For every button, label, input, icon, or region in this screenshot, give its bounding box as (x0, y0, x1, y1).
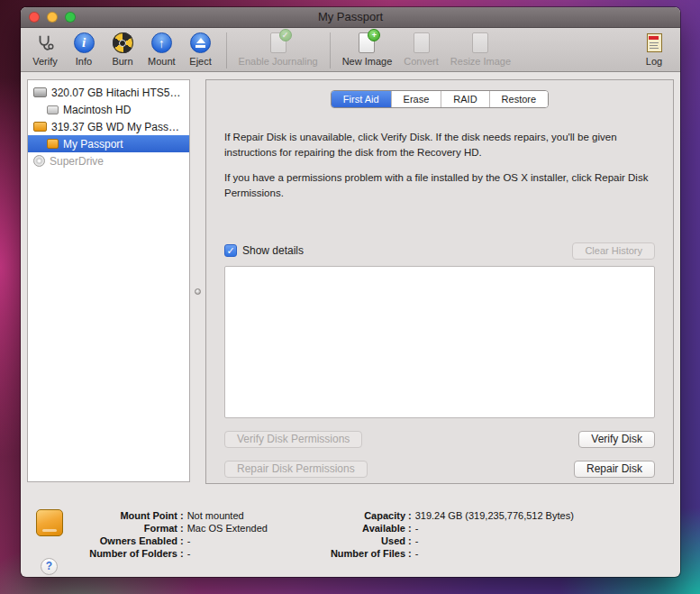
info-row: Number of Folders:- (42, 547, 268, 560)
toolbar: Verify i Info Burn ↑ Mount Eject (21, 28, 680, 72)
toolbar-log-button[interactable]: Log (641, 32, 668, 67)
window-titlebar[interactable]: My Passport (21, 7, 680, 28)
window-title: My Passport (21, 10, 680, 23)
green-plus-badge-icon: + (368, 29, 380, 41)
toolbar-convert-label: Convert (404, 56, 439, 67)
show-details-label: Show details (242, 244, 304, 257)
available-value: - (415, 523, 419, 534)
tab-erase[interactable]: Erase (392, 91, 442, 107)
info-grid-right: Capacity:319.24 GB (319,235,776,512 Byte… (291, 509, 574, 560)
log-icon (647, 33, 662, 52)
sidebar-item-hitachi-disk[interactable]: 320.07 GB Hitachi HTS5… (28, 84, 189, 101)
toolbar-resize-image-button: Resize Image (450, 32, 511, 67)
info-row: Used:- (291, 535, 574, 547)
clear-history-button: Clear History (572, 242, 655, 260)
tab-first-aid[interactable]: First Aid (332, 91, 392, 107)
toolbar-eject-button[interactable]: Eject (187, 32, 214, 67)
owners-enabled-value: - (187, 535, 191, 546)
toolbar-resize-image-label: Resize Image (450, 56, 511, 67)
resize-image-document-icon (472, 32, 488, 53)
external-volume-icon (47, 139, 59, 149)
verify-disk-permissions-button: Verify Disk Permissions (224, 431, 362, 448)
tab-restore[interactable]: Restore (490, 91, 549, 107)
toolbar-separator (226, 32, 227, 69)
splitter-handle[interactable] (195, 288, 201, 295)
info-grid-left: Mount Point:Not mounted Format:Mac OS Ex… (42, 509, 268, 560)
journaling-document-icon: ✓ (270, 32, 286, 53)
toolbar-burn-button[interactable]: Burn (109, 32, 136, 67)
mount-point-value: Not mounted (187, 510, 244, 521)
volume-icon (47, 105, 59, 114)
info-icon: i (74, 32, 95, 53)
toolbar-enable-journaling-button: ✓ Enable Journaling (239, 32, 318, 67)
toolbar-mount-label: Mount (148, 56, 176, 67)
green-check-badge-icon: ✓ (279, 29, 292, 41)
toolbar-info-button[interactable]: i Info (70, 32, 97, 67)
number-of-folders-value: - (187, 548, 191, 559)
verify-disk-button[interactable]: Verify Disk (578, 431, 655, 448)
first-aid-pane: First Aid Erase RAID Restore If Repair D… (205, 79, 674, 484)
toolbar-verify-button[interactable]: Verify (32, 32, 59, 67)
new-image-document-icon: + (359, 32, 375, 53)
format-value: Mac OS Extended (187, 523, 268, 534)
sidebar-item-macintosh-hd[interactable]: Macintosh HD (28, 101, 189, 118)
eject-icon (190, 32, 211, 53)
desktop-background: My Passport Verify i Info Burn ↑ Mount (0, 0, 700, 594)
convert-document-icon (414, 32, 430, 53)
disk-utility-window: My Passport Verify i Info Burn ↑ Mount (21, 7, 680, 577)
toolbar-info-label: Info (76, 56, 92, 67)
sidebar-item-label: Macintosh HD (63, 104, 131, 116)
sidebar-item-my-passport[interactable]: My Passport (28, 135, 189, 152)
toolbar-verify-label: Verify (32, 56, 58, 67)
stethoscope-icon (35, 32, 55, 54)
burn-icon (113, 32, 133, 53)
external-drive-icon (33, 122, 47, 132)
toolbar-log-label: Log (646, 56, 662, 67)
toolbar-burn-label: Burn (112, 56, 132, 67)
optical-disc-icon (33, 155, 45, 167)
help-button[interactable]: ? (41, 558, 58, 575)
details-row: ✓ Show details Clear History (224, 242, 655, 260)
device-sidebar: 320.07 GB Hitachi HTS5… Macintosh HD 319… (27, 79, 190, 482)
first-aid-instructions-2: If you have a permissions problem with a… (224, 170, 655, 200)
toolbar-new-image-label: New Image (342, 56, 393, 67)
repair-disk-button[interactable]: Repair Disk (574, 461, 655, 478)
details-output-area (224, 266, 655, 418)
toolbar-mount-button[interactable]: ↑ Mount (148, 32, 176, 67)
first-aid-instructions-1: If Repair Disk is unavailable, click Ver… (224, 130, 655, 160)
info-row: Capacity:319.24 GB (319,235,776,512 Byte… (291, 509, 574, 522)
sidebar-item-label: My Passport (63, 138, 123, 151)
toolbar-new-image-button[interactable]: + New Image (342, 32, 393, 67)
toolbar-enable-journaling-label: Enable Journaling (239, 56, 318, 67)
sidebar-item-label: 319.37 GB WD My Pass… (51, 121, 179, 133)
sidebar-item-wd-disk[interactable]: 319.37 GB WD My Pass… (28, 118, 189, 135)
number-of-files-value: - (415, 548, 419, 559)
toolbar-eject-label: Eject (189, 56, 211, 67)
repair-disk-permissions-button: Repair Disk Permissions (224, 461, 368, 478)
sidebar-item-label: SuperDrive (50, 155, 104, 168)
toolbar-separator (330, 32, 331, 69)
internal-drive-icon (33, 87, 47, 97)
mount-icon: ↑ (151, 32, 172, 53)
tab-bar: First Aid Erase RAID Restore (331, 90, 549, 108)
info-row: Mount Point:Not mounted (42, 509, 268, 522)
sidebar-item-superdrive[interactable]: SuperDrive (28, 152, 189, 169)
info-row: Available:- (291, 522, 574, 535)
info-row: Number of Files:- (291, 547, 574, 560)
used-value: - (415, 535, 419, 546)
capacity-value: 319.24 GB (319,235,776,512 Bytes) (415, 510, 574, 521)
tab-raid[interactable]: RAID (441, 91, 489, 107)
disk-info-bar: ? Mount Point:Not mounted Format:Mac OS … (21, 491, 680, 577)
info-row: Format:Mac OS Extended (42, 522, 268, 535)
verify-actions-row: Verify Disk Permissions Verify Disk (224, 431, 655, 448)
repair-actions-row: Repair Disk Permissions Repair Disk (224, 461, 655, 478)
sidebar-item-label: 320.07 GB Hitachi HTS5… (51, 87, 180, 99)
toolbar-convert-button: Convert (404, 32, 439, 67)
show-details-checkbox[interactable]: ✓ (224, 244, 237, 257)
info-row: Owners Enabled:- (42, 535, 268, 547)
